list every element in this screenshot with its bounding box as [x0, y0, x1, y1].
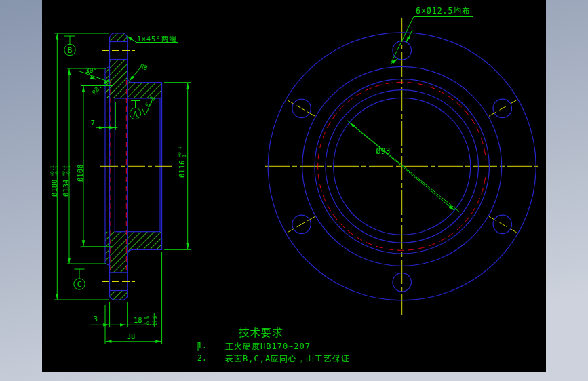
tech-req-item1-no: 1. — [197, 341, 207, 350]
chamfer-note-suffix: 两端 — [161, 35, 177, 43]
angle-dim: 30° — [85, 66, 97, 74]
dim-outer-tol-dn: -0.1 — [54, 165, 60, 176]
drawing-area — [42, 0, 546, 372]
bolt-hole-note: 6×Ø12.5均布 — [416, 6, 470, 16]
dim-step-tol-up: +0.15 — [144, 315, 157, 321]
tech-req-title: 技术要求 — [239, 327, 283, 339]
bore-dim-label: Ø93 — [376, 146, 391, 156]
dim-boss-tol-dn: -0.1 — [66, 165, 71, 176]
dim-counterbore-depth: 7 — [91, 119, 95, 127]
dim-hub-tol-dn: 0 — [182, 155, 187, 157]
dim-hub-diameter: Ø116 — [178, 161, 186, 178]
dim-outer-diameter: Ø180 — [50, 180, 58, 197]
dim-boss-thickness: 3 — [94, 315, 98, 323]
chamfer-note: 1×45° — [137, 35, 161, 43]
dim-step-width: 18 — [134, 316, 142, 324]
drawing-canvas: B A C 1×45° 两端 30° R8 R8 6.3 Ø180 +0.1 -… — [0, 0, 588, 381]
tech-req-item2-text: 表面B,C,A应同心，由工艺保证 — [225, 354, 350, 363]
datum-b-label: B — [68, 46, 73, 55]
datum-a-label: A — [133, 110, 138, 119]
tech-req-item1-text: 正火硬度HB170~207 — [225, 342, 311, 351]
dim-inner-diameter: Ø108 — [76, 165, 84, 182]
tech-req-item2-no: 2. — [197, 353, 207, 363]
datum-c-label: C — [77, 280, 82, 289]
cad-application-window: B A C 1×45° 两端 30° R8 R8 6.3 Ø180 +0.1 -… — [0, 0, 588, 381]
dim-step-tol-dn: -0.15 — [144, 321, 157, 326]
dim-total-width: 38 — [127, 332, 136, 340]
dim-boss-diameter: Ø134 — [62, 180, 70, 197]
